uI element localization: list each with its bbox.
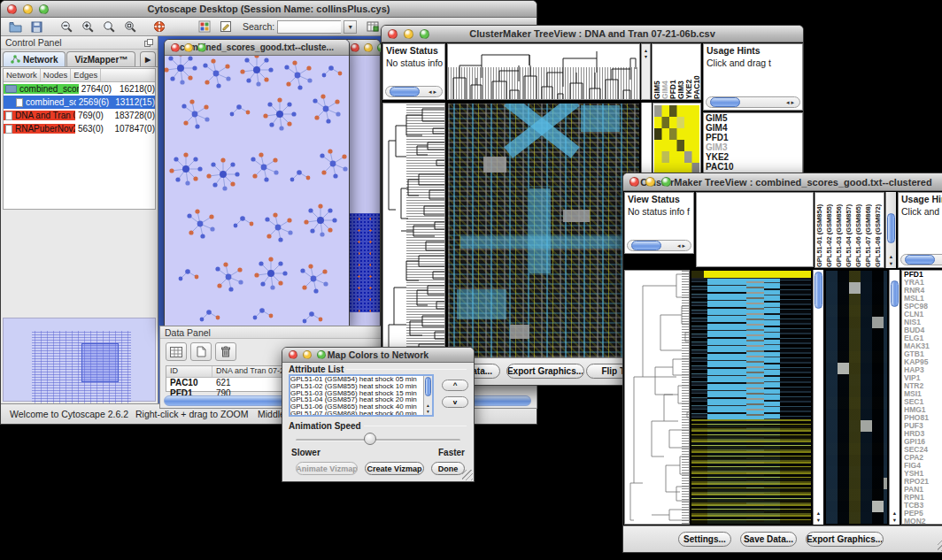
attribute-listbox[interactable]: GPL51-01 (GSM854) heat shock 05 minGPL51… [289,374,434,417]
footer-button[interactable]: Settings... [678,532,731,547]
resize-grip[interactable] [462,470,473,480]
column-label[interactable]: GPL51-04 (GSM857) [845,193,854,267]
tv2-heatmap[interactable] [691,270,812,525]
column-label[interactable]: PAC10 [692,44,700,99]
zoom-button[interactable] [420,29,429,39]
close-button[interactable] [7,4,17,14]
speed-slider-track[interactable] [296,439,460,441]
network-window-1-titlebar[interactable]: combined_scores_good.txt--cluste... [165,40,349,56]
column-label[interactable]: GPL51-08 (GSM872) [874,193,884,267]
scrollbar-arrows[interactable]: ◂ ▸ [426,88,439,96]
column-label[interactable]: GPL51-02 (GSM855) [825,193,835,267]
vizmapper-button[interactable] [195,19,213,35]
tv2-zoom-heatmap[interactable] [825,270,888,525]
network-canvas-1[interactable] [165,56,349,326]
scrollbar-thumb[interactable] [425,377,431,396]
column-label[interactable]: GPL51-01 (GSM854) [815,193,825,267]
done-button[interactable]: Done [431,462,465,475]
attribute-item[interactable]: GPL51-07 (GSM868) heat shock 60 min [290,410,423,417]
id-column-header[interactable]: ID [166,366,212,377]
zoom-out-button[interactable] [57,19,75,35]
minimize-button[interactable] [184,43,193,52]
scrollbar-thumb[interactable] [891,280,899,307]
network-row[interactable]: combined_sco 2569(6) 13112(15) [4,96,155,109]
tv2-status-scrollbar[interactable]: ◂ ▸ [627,240,691,251]
gene-label[interactable]: GIM3 [704,142,802,152]
minimize-button[interactable] [364,43,373,52]
scroll-down-arrow[interactable]: ▾ [890,517,900,523]
delete-attribute-button[interactable] [215,342,236,361]
column-label[interactable]: GPL51-06 (GSM865) [854,193,864,267]
tv2-hints-scrollbar[interactable] [900,254,942,265]
zoom-selected-button[interactable] [99,19,118,35]
annotation-button[interactable] [216,19,235,35]
tv1-hints-scrollbar[interactable]: ◂ ▸ [706,96,800,108]
tv1-column-labels[interactable]: GIM5GIM4PFD1GIM3YKE2PAC10 [652,43,701,100]
gene-label[interactable]: GIM5 [704,113,802,123]
resize-grip[interactable] [938,541,942,551]
tv2-column-labels[interactable]: GPL51-01 (GSM854)GPL51-02 (GSM855)GPL51-… [815,192,884,268]
scrollbar-thumb[interactable] [710,97,740,107]
minimize-button[interactable] [23,4,33,14]
close-button[interactable] [289,350,297,359]
help-lifebuoy-button[interactable] [150,19,168,35]
gene-label[interactable]: PAC10 [704,162,802,172]
tv1-row-dendrogram[interactable] [382,103,445,358]
column-label[interactable]: YKE2 [684,44,692,99]
scroll-up-arrow[interactable]: ▴ [814,510,823,516]
scroll-up-arrow[interactable]: ▴ [886,253,896,259]
animate-vizmap-button[interactable]: Animate Vizmap [296,462,358,475]
attribute-browser-button[interactable] [363,19,382,35]
scrollbar-arrows[interactable]: ◂ ▸ [784,98,797,107]
scroll-down-arrow[interactable]: ▾ [424,409,432,414]
scrollbar-thumb[interactable] [631,241,661,250]
gene-label[interactable]: MON2 [902,518,942,525]
scroll-down-arrow[interactable]: ▾ [886,260,896,266]
close-button[interactable] [351,43,359,52]
tv1-status-scrollbar[interactable]: ◂ ▸ [385,86,443,97]
tv2-heatmap-vscrollbar[interactable]: ▴ ▾ [813,270,823,525]
tab-overflow-button[interactable]: ▶ [140,51,156,66]
open-session-button[interactable] [6,19,25,35]
tv2-column-dendrogram[interactable] [696,192,814,267]
scrollbar-thumb[interactable] [887,213,895,243]
column-label[interactable]: GIM3 [676,44,684,99]
footer-button[interactable]: Export Graphics... [806,532,884,547]
footer-button[interactable]: Save Data... [740,532,797,547]
tv2-zoom-vscrollbar[interactable]: ▴ ▾ [889,270,900,525]
column-label[interactable]: GIM5 [652,44,660,99]
move-down-button[interactable]: v [442,396,468,408]
tv1-heatmap[interactable] [447,103,640,358]
treeview2-titlebar[interactable]: ClusterMaker TreeView : combined_scores_… [623,173,942,191]
gene-label[interactable]: PFD1 [704,133,802,142]
birdseye-viewport-rect[interactable] [81,343,119,382]
zoom-button[interactable] [39,4,49,14]
search-dropdown-button[interactable]: ▾ [344,20,357,34]
dialog-titlebar[interactable]: Map Colors to Network [282,348,474,363]
column-label[interactable]: PFD1 [668,44,676,99]
scrollbar-thumb[interactable] [390,87,420,96]
zoom-fit-button[interactable] [120,19,139,35]
column-header[interactable]: Network [4,69,41,81]
footer-button[interactable]: Export Graphics... [506,364,584,379]
column-header[interactable]: Nodes [41,69,71,81]
birdseye-view[interactable] [3,318,156,402]
tv2-row-dendrogram[interactable] [624,270,690,525]
tab-network[interactable]: Network [3,51,66,66]
minimize-button[interactable] [303,350,312,359]
listbox-scrollbar[interactable]: ▴ ▾ [423,376,432,415]
network-row[interactable]: DNA and Tran 07 769(0) 183728(0) [4,109,155,122]
tv2-labels-vscrollbar[interactable]: ▴ ▾ [885,192,896,268]
treeview1-titlebar[interactable]: ClusterMaker TreeView : DNA and Tran 07-… [382,26,803,42]
move-up-button[interactable]: ^ [442,380,468,391]
gene-label[interactable]: GIM4 [704,123,802,133]
zoom-button[interactable] [317,350,326,359]
speed-slider-thumb[interactable] [364,433,376,445]
column-header[interactable]: Edges [71,69,101,81]
scroll-up-arrow[interactable]: ▴ [424,403,432,408]
column-label[interactable]: GPL51-03 (GSM856) [835,193,845,267]
network-row[interactable]: combined_scores 2764(0) 16218(0) [4,82,155,96]
scroll-up-arrow[interactable]: ▴ [890,510,900,516]
scrollbar-thumb[interactable] [815,272,822,309]
minimize-button[interactable] [645,177,655,187]
